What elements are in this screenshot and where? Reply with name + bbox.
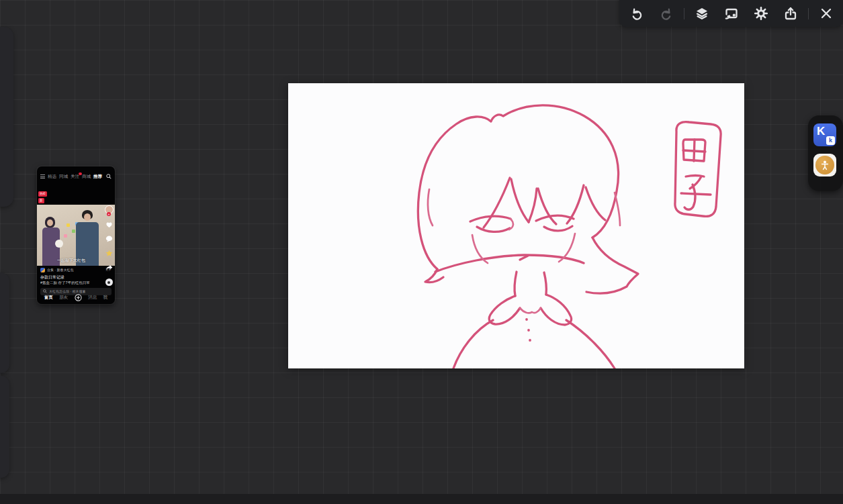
favorite-star-icon (105, 250, 113, 257)
toolbar-divider (808, 8, 809, 19)
drawing-canvas[interactable] (288, 83, 744, 368)
add-image-button[interactable] (718, 5, 745, 22)
redo-button[interactable] (653, 5, 680, 22)
ref-caption-block: 合集 · 新春大红包 更多 存款日常记录 #氪金二胎 存了7年的红包日常 大红包… (40, 268, 112, 295)
ref-nav-home: 首页 (44, 295, 53, 300)
ref-bouquet (55, 240, 63, 248)
ref-video-caption: 一起敲下大红包 (37, 258, 105, 262)
ref-tab: 商城 (82, 174, 91, 179)
brush-opacity-slider[interactable] (0, 376, 9, 478)
tool-color-swatch[interactable] (0, 121, 1, 138)
sketch-bang (484, 178, 510, 228)
tool-brush-selected[interactable] (0, 36, 1, 54)
tool-eraser[interactable] (0, 149, 1, 166)
undo-button[interactable] (623, 5, 650, 22)
sketch-eye-left-lash (477, 227, 510, 232)
ref-tab-active: 推荐 (93, 174, 102, 179)
ref-top-nav: 精选 同城 关注 商城 推荐 (40, 172, 112, 181)
notification-dot (79, 172, 82, 175)
reference-image-panel[interactable]: 精选 同城 关注 商城 推荐 热榜 新 一起敲下大红包 + (37, 166, 115, 304)
sketch-button-dot (529, 339, 531, 342)
sketch-bang (586, 187, 605, 220)
accessibility-circle (815, 156, 834, 174)
sketch-mouth (520, 256, 528, 260)
ref-nav-friends: 朋友 (59, 295, 68, 300)
close-icon (819, 6, 834, 21)
tool-layers-panel[interactable] (0, 179, 1, 196)
sketch-neck-right (544, 272, 546, 295)
tool-marker[interactable] (0, 90, 1, 107)
comment-icon (105, 236, 113, 242)
more-label: 更多 (105, 268, 112, 272)
ref-tab: 精选 (48, 174, 56, 179)
sketch-shoulder-left (453, 320, 493, 368)
sketch-shoulder-right (566, 320, 615, 368)
person-icon (819, 160, 830, 170)
close-button[interactable] (813, 5, 840, 22)
collection-tag-label: 合集 · 新春大红包 (47, 268, 73, 272)
ref-plus-button-icon (75, 294, 82, 301)
top-toolbar (619, 0, 843, 27)
ref-tab: 同城 (59, 174, 68, 179)
like-heart-icon (105, 221, 113, 228)
sketch-neck-left (515, 272, 517, 296)
sketch-hair-bottom (435, 255, 584, 272)
layers-button[interactable] (689, 5, 715, 22)
sketch-eye-right-lash (544, 226, 572, 231)
ref-nav-me: 我 (103, 295, 108, 300)
kleki-paint-app: { "colors": { "background": "#29292b", "… (0, 0, 843, 504)
sketch-collar-center (520, 308, 541, 313)
collection-tag-icon (40, 268, 45, 272)
menu-icon (40, 174, 45, 179)
ref-caption-title: 存款日常记录 (40, 275, 112, 279)
undo-icon (629, 6, 644, 21)
ref-nav-messages: 消息 (88, 295, 97, 300)
sketch-hair-outline (418, 105, 618, 269)
ref-tag-row: 合集 · 新春大红包 更多 (40, 268, 112, 272)
follow-plus-badge: + (107, 212, 111, 216)
export-button[interactable] (777, 5, 804, 22)
gear-icon (754, 6, 768, 21)
brush-size-slider[interactable] (0, 272, 9, 373)
sketch-char-zi-stroke (681, 193, 711, 195)
share-export-icon (783, 6, 798, 21)
left-toolbar (0, 27, 13, 207)
sketch-hair-left-flick (425, 269, 443, 283)
tool-pen[interactable] (0, 60, 1, 78)
sticky-note (64, 234, 67, 238)
sticky-note (72, 230, 75, 233)
hot-badge: 热榜 (38, 191, 47, 197)
ref-search-text: 大红包怎么领 · 相关搜索 (49, 290, 85, 293)
toolbar-divider (684, 8, 684, 19)
sketch-button-dot (525, 318, 528, 321)
ref-person-man-face (84, 213, 91, 221)
sketch-char-zi-stroke (690, 177, 701, 189)
settings-button[interactable] (748, 5, 774, 22)
layers-icon (695, 6, 709, 21)
redo-icon (659, 6, 674, 21)
sketch-hair-inner-left (428, 189, 433, 225)
ref-tab: 关注 (71, 174, 79, 179)
assistive-touch-icon[interactable] (813, 154, 836, 177)
sketch-hair-right-flick (586, 238, 638, 293)
ref-avatar: + (105, 205, 114, 214)
floating-apps-dock: K k (808, 115, 843, 191)
sketch-button-dot (527, 329, 530, 332)
sticky-note (66, 223, 70, 227)
kleki-letter-badge: k (826, 136, 835, 145)
sketch-artwork (288, 83, 744, 368)
ref-caption-hashtags: #氪金二胎 存了7年的红包日常 (40, 281, 112, 285)
sketch-label-box (675, 122, 721, 217)
add-image-icon (724, 6, 739, 21)
search-icon (106, 174, 112, 179)
ref-person-woman-face (47, 219, 53, 226)
ref-bottom-nav: 首页 朋友 消息 我 (37, 293, 115, 302)
sketch-char-tian-stroke (694, 140, 695, 161)
kleki-app-icon[interactable]: K k (813, 123, 836, 146)
ref-video-frame: 一起敲下大红包 (37, 205, 115, 266)
sketch-bang (529, 189, 537, 222)
new-badge: 新 (38, 198, 44, 203)
sketch-bang (511, 179, 529, 222)
bottom-edge-bar (0, 494, 843, 504)
sketch-eye-right-lid (536, 215, 574, 221)
